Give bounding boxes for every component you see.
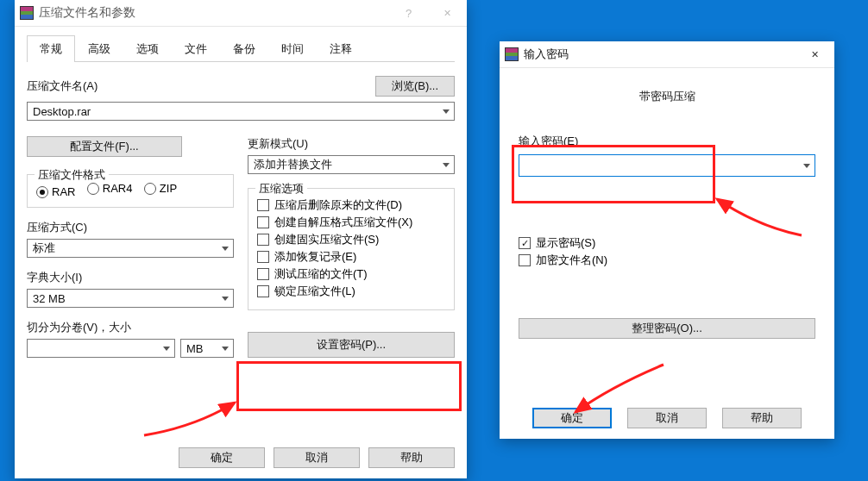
dialog-footer: 确定 取消 帮助 — [500, 397, 834, 439]
set-password-button[interactable]: 设置密码(P)... — [248, 332, 455, 358]
update-mode-select[interactable]: 添加并替换文件 — [248, 155, 455, 174]
chevron-down-icon — [217, 297, 233, 301]
ok-button[interactable]: 确定 — [179, 447, 265, 468]
dict-select[interactable]: 32 MB — [27, 289, 234, 308]
close-icon[interactable] — [428, 0, 467, 26]
archive-name-value: Desktop.rar — [28, 105, 438, 118]
update-mode-label: 更新模式(U) — [248, 136, 455, 152]
profiles-button[interactable]: 配置文件(F)... — [27, 136, 182, 157]
radio-rar[interactable]: RAR — [36, 185, 75, 198]
radio-zip[interactable]: ZIP — [144, 182, 177, 195]
options-group: 压缩选项 压缩后删除原来的文件(D) 创建自解压格式压缩文件(X) 创建固实压缩… — [248, 188, 455, 310]
chevron-down-icon — [217, 347, 233, 351]
browse-button[interactable]: 浏览(B)... — [375, 76, 455, 97]
tab-general[interactable]: 常规 — [27, 35, 75, 62]
heading: 带密码压缩 — [519, 89, 815, 104]
tab-backup[interactable]: 备份 — [220, 35, 268, 62]
format-legend: 压缩文件格式 — [35, 167, 109, 183]
check-delete-after[interactable]: 压缩后删除原来的文件(D) — [257, 197, 445, 213]
cancel-button[interactable]: 取消 — [274, 447, 360, 468]
tab-advanced[interactable]: 高级 — [75, 35, 123, 62]
tab-comment[interactable]: 注释 — [317, 35, 365, 62]
chevron-down-icon — [438, 163, 454, 167]
radio-rar4[interactable]: RAR4 — [87, 182, 133, 195]
chevron-down-icon — [159, 347, 174, 351]
archive-name-input[interactable]: Desktop.rar — [27, 102, 455, 121]
dialog-footer: 确定 取消 帮助 — [15, 437, 467, 478]
check-show-password[interactable]: 显示密码(S) — [519, 235, 815, 251]
enter-password-label: 输入密码(E) — [519, 134, 815, 149]
archive-name-label: 压缩文件名(A) — [27, 78, 375, 94]
password-dialog: 输入密码 带密码压缩 输入密码(E) 显示密码(S) 加密文件名(N) 整理密码… — [500, 41, 834, 439]
method-label: 压缩方式(C) — [27, 220, 234, 235]
close-icon[interactable] — [796, 41, 834, 67]
check-recovery[interactable]: 添加恢复记录(E) — [257, 249, 445, 265]
check-encrypt-names[interactable]: 加密文件名(N) — [519, 253, 815, 268]
check-lock[interactable]: 锁定压缩文件(L) — [257, 284, 445, 299]
tab-strip: 常规 高级 选项 文件 备份 时间 注释 — [27, 35, 455, 62]
winrar-icon — [505, 47, 519, 61]
window-title: 输入密码 — [524, 47, 796, 62]
check-test[interactable]: 测试压缩的文件(T) — [257, 266, 445, 282]
format-group: 压缩文件格式 RAR RAR4 ZIP — [27, 174, 234, 208]
tab-options[interactable]: 选项 — [123, 35, 172, 62]
titlebar: 输入密码 — [500, 41, 834, 68]
cancel-button[interactable]: 取消 — [627, 408, 707, 428]
archive-dialog: 压缩文件名和参数 常规 高级 选项 文件 备份 时间 注释 压缩文件名(A) 浏… — [15, 0, 467, 478]
chevron-down-icon — [799, 164, 815, 168]
method-select[interactable]: 标准 — [27, 239, 234, 258]
chevron-down-icon — [438, 109, 454, 114]
ok-button[interactable]: 确定 — [532, 408, 612, 428]
check-solid[interactable]: 创建固实压缩文件(S) — [257, 232, 445, 247]
help-button[interactable]: 帮助 — [368, 447, 455, 468]
winrar-icon — [20, 6, 34, 20]
password-input[interactable] — [519, 154, 815, 177]
tab-files[interactable]: 文件 — [172, 35, 220, 62]
tab-time[interactable]: 时间 — [268, 35, 317, 62]
split-label: 切分为分卷(V)，大小 — [27, 320, 234, 335]
chevron-down-icon — [217, 247, 233, 251]
window-title: 压缩文件名和参数 — [39, 5, 389, 21]
split-size-input[interactable] — [27, 339, 175, 358]
titlebar: 压缩文件名和参数 — [15, 0, 467, 27]
organize-passwords-button[interactable]: 整理密码(O)... — [519, 318, 815, 339]
help-icon[interactable] — [389, 0, 428, 26]
help-button[interactable]: 帮助 — [722, 408, 802, 428]
check-sfx[interactable]: 创建自解压格式压缩文件(X) — [257, 215, 445, 230]
options-legend: 压缩选项 — [255, 181, 307, 197]
split-unit-select[interactable]: MB — [180, 339, 234, 358]
dict-label: 字典大小(I) — [27, 270, 234, 285]
